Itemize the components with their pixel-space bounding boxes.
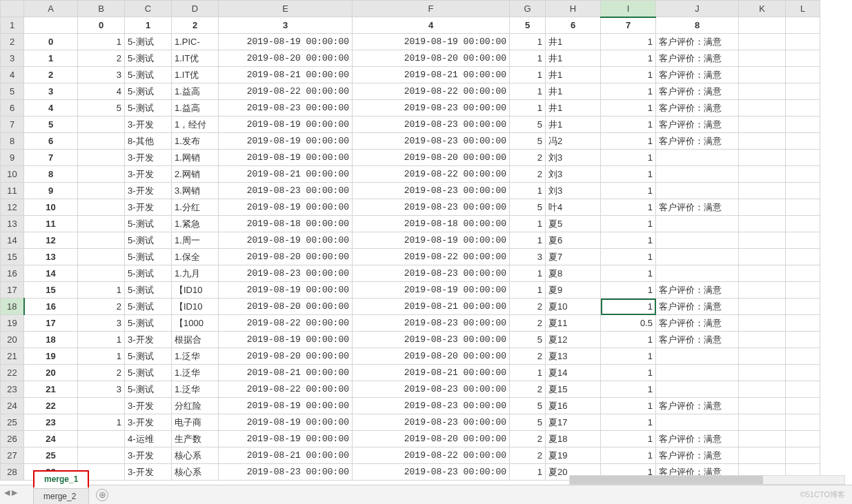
cell[interactable]: 2019-08-22 00:00:00: [219, 83, 353, 100]
cell[interactable]: 2019-08-23 00:00:00: [353, 398, 510, 414]
cell[interactable]: 1: [601, 431, 656, 447]
cell[interactable]: 冯2: [546, 133, 601, 150]
row-header[interactable]: 9: [1, 150, 24, 166]
cell[interactable]: 5: [510, 332, 546, 348]
cell[interactable]: 1，经付: [172, 117, 219, 133]
column-header[interactable]: F: [353, 1, 510, 17]
row-header[interactable]: 25: [1, 414, 24, 431]
cell[interactable]: 2: [510, 150, 546, 166]
row-header[interactable]: 1: [1, 17, 24, 34]
cell[interactable]: 1: [78, 282, 125, 299]
cell[interactable]: 夏19: [546, 447, 601, 464]
cell[interactable]: 5: [510, 398, 546, 414]
cell[interactable]: 2019-08-21 00:00:00: [353, 67, 510, 83]
cell[interactable]: 夏18: [546, 431, 601, 447]
row-header[interactable]: 18: [1, 299, 24, 315]
cell[interactable]: 客户评价：满意: [656, 315, 739, 332]
cell[interactable]: 14: [24, 265, 78, 282]
cell[interactable]: [786, 447, 820, 464]
cell[interactable]: 1.九月: [172, 265, 219, 282]
column-header[interactable]: G: [510, 1, 546, 17]
cell[interactable]: 1: [510, 216, 546, 232]
cell[interactable]: 3-开发: [125, 332, 172, 348]
cell[interactable]: 5-测试: [125, 83, 172, 100]
cell[interactable]: 1: [510, 365, 546, 381]
row-header[interactable]: 23: [1, 381, 24, 398]
row-header[interactable]: 7: [1, 117, 24, 133]
row-header[interactable]: 27: [1, 447, 24, 464]
cell[interactable]: 2019-08-23 00:00:00: [219, 183, 353, 199]
cell[interactable]: 1.泛华: [172, 365, 219, 381]
cell[interactable]: 2019-08-20 00:00:00: [219, 249, 353, 265]
cell[interactable]: 夏7: [546, 249, 601, 265]
cell[interactable]: [656, 348, 739, 365]
cell[interactable]: [786, 398, 820, 414]
cell[interactable]: 5: [510, 117, 546, 133]
cell[interactable]: 5-测试: [125, 34, 172, 50]
cell[interactable]: 2019-08-19 00:00:00: [219, 332, 353, 348]
cell[interactable]: [739, 133, 786, 150]
cell[interactable]: [786, 315, 820, 332]
cell[interactable]: [739, 447, 786, 464]
cell[interactable]: [78, 265, 125, 282]
cell[interactable]: 2.网销: [172, 166, 219, 183]
cell[interactable]: 8-其他: [125, 133, 172, 150]
row-header[interactable]: 8: [1, 133, 24, 150]
cell[interactable]: 2019-08-23 00:00:00: [353, 381, 510, 398]
cell[interactable]: 客户评价：满意: [656, 332, 739, 348]
cell[interactable]: [786, 199, 820, 216]
cell[interactable]: [78, 183, 125, 199]
cell[interactable]: [656, 150, 739, 166]
cell[interactable]: 2019-08-20 00:00:00: [353, 50, 510, 67]
cell[interactable]: 3: [78, 381, 125, 398]
cell[interactable]: 16: [24, 299, 78, 315]
cell[interactable]: 根据合: [172, 332, 219, 348]
cell[interactable]: [786, 183, 820, 199]
cell[interactable]: 9: [24, 183, 78, 199]
cell[interactable]: [656, 166, 739, 183]
cell[interactable]: 1: [601, 365, 656, 381]
cell[interactable]: 2019-08-19 00:00:00: [353, 34, 510, 50]
cell[interactable]: 18: [24, 332, 78, 348]
cell[interactable]: [739, 199, 786, 216]
cell[interactable]: [739, 249, 786, 265]
cell[interactable]: 2019-08-20 00:00:00: [219, 348, 353, 365]
cell[interactable]: [656, 381, 739, 398]
row-header[interactable]: 15: [1, 249, 24, 265]
cell[interactable]: 2: [78, 50, 125, 67]
row-header[interactable]: 12: [1, 199, 24, 216]
cell[interactable]: 1: [601, 299, 656, 315]
cell[interactable]: 5: [78, 100, 125, 117]
cell[interactable]: 2019-08-19 00:00:00: [353, 282, 510, 299]
row-header[interactable]: 19: [1, 315, 24, 332]
cell[interactable]: [78, 447, 125, 464]
cell[interactable]: 客户评价：满意: [656, 50, 739, 67]
cell[interactable]: 夏8: [546, 265, 601, 282]
cell[interactable]: [786, 133, 820, 150]
cell[interactable]: [24, 17, 78, 34]
cell[interactable]: 13: [24, 249, 78, 265]
column-header[interactable]: B: [78, 1, 125, 17]
cell[interactable]: 分红险: [172, 398, 219, 414]
cell[interactable]: 1: [510, 232, 546, 249]
cell[interactable]: 5-测试: [125, 249, 172, 265]
cell[interactable]: 5-测试: [125, 216, 172, 232]
cell[interactable]: [739, 414, 786, 431]
column-header[interactable]: E: [219, 1, 353, 17]
column-header[interactable]: L: [786, 1, 820, 17]
tab-nav-arrows[interactable]: ◀ ▶: [4, 488, 17, 497]
cell[interactable]: [739, 299, 786, 315]
cell[interactable]: 8: [656, 17, 739, 34]
cell[interactable]: 21: [24, 381, 78, 398]
cell[interactable]: 客户评价：满意: [656, 299, 739, 315]
cell[interactable]: 5: [510, 199, 546, 216]
cell[interactable]: 2019-08-23 00:00:00: [353, 133, 510, 150]
cell[interactable]: 夏6: [546, 232, 601, 249]
cell[interactable]: 2019-08-19 00:00:00: [219, 133, 353, 150]
cell[interactable]: 夏15: [546, 381, 601, 398]
cell[interactable]: 2: [78, 299, 125, 315]
cell[interactable]: [786, 17, 820, 34]
cell[interactable]: [786, 332, 820, 348]
cell[interactable]: 3-开发: [125, 199, 172, 216]
cell[interactable]: 1: [510, 183, 546, 199]
